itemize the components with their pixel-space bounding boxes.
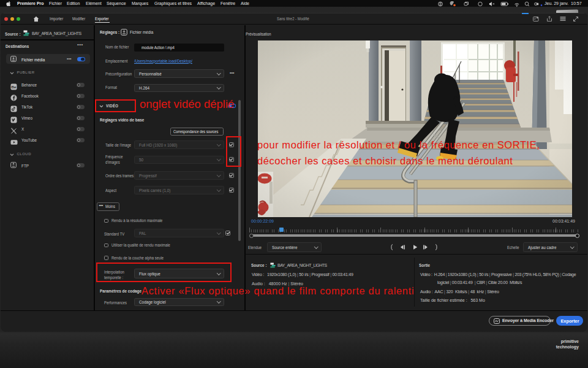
svg-text:Be: Be xyxy=(11,85,16,89)
